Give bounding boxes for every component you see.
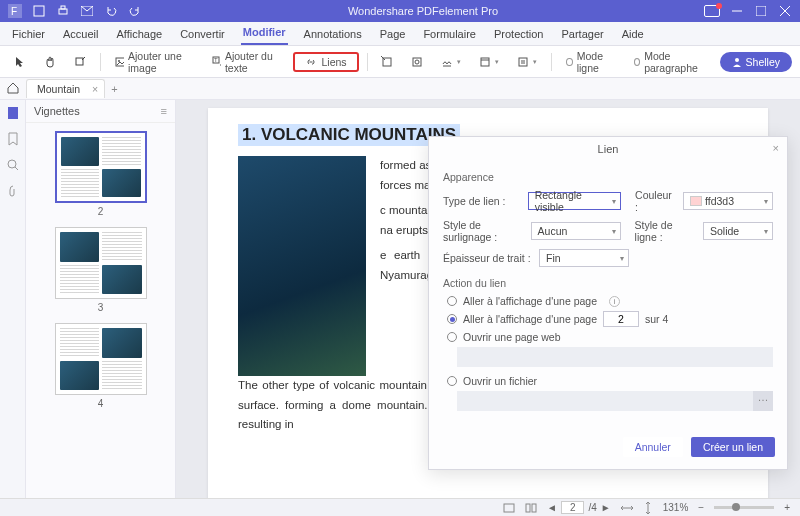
view-mode-icon[interactable] bbox=[525, 503, 537, 513]
toolbar: Ajouter une image TAjouter du texte Lien… bbox=[0, 46, 800, 78]
document-area[interactable]: 1. VOLCANIC MOUNTAINS formed as a result… bbox=[176, 100, 800, 498]
crop-tool[interactable] bbox=[375, 53, 399, 71]
mode-paragraph-toggle[interactable]: Mode paragraphe bbox=[628, 47, 714, 77]
radio-goto-page[interactable]: Aller à l'affichage d'une page sur 4 bbox=[447, 311, 773, 327]
close-icon[interactable] bbox=[778, 4, 792, 18]
menu-affichage[interactable]: Affichage bbox=[114, 24, 164, 45]
svg-line-31 bbox=[15, 167, 18, 170]
new-tab-icon[interactable]: + bbox=[111, 83, 117, 95]
label-thickness: Épaisseur de trait : bbox=[443, 252, 533, 264]
menu-aide[interactable]: Aide bbox=[620, 24, 646, 45]
dialog-close-icon[interactable]: × bbox=[773, 142, 779, 154]
menu-accueil[interactable]: Accueil bbox=[61, 24, 100, 45]
menu-modifier[interactable]: Modifier bbox=[241, 22, 288, 45]
select-link-type[interactable]: Rectangle visible bbox=[528, 192, 621, 210]
zoom-in-icon[interactable]: + bbox=[784, 502, 790, 513]
create-link-button[interactable]: Créer un lien bbox=[691, 437, 775, 457]
panel-menu-icon[interactable]: ≡ bbox=[161, 105, 167, 117]
select-thickness[interactable]: Fin bbox=[539, 249, 629, 267]
titlebar: F Wondershare PDFelement Pro bbox=[0, 0, 800, 22]
radio-open-file[interactable]: Ouvrir un fichier bbox=[447, 375, 773, 387]
svg-rect-32 bbox=[504, 504, 514, 512]
edit-tool[interactable] bbox=[68, 53, 92, 71]
svg-rect-23 bbox=[481, 58, 489, 66]
svg-rect-25 bbox=[519, 58, 527, 66]
svg-rect-2 bbox=[34, 6, 44, 16]
menu-partager[interactable]: Partager bbox=[559, 24, 605, 45]
attachments-icon[interactable] bbox=[6, 184, 20, 198]
search-icon[interactable] bbox=[6, 158, 20, 172]
page-number-input[interactable] bbox=[603, 311, 639, 327]
svg-point-21 bbox=[415, 60, 419, 64]
add-image-button[interactable]: Ajouter une image bbox=[109, 47, 200, 77]
redo-icon[interactable] bbox=[128, 4, 142, 18]
info-icon[interactable]: i bbox=[609, 296, 620, 307]
notification-mail-icon[interactable] bbox=[704, 5, 720, 17]
section-appearance: Apparence bbox=[443, 171, 773, 183]
page-current[interactable]: 2 bbox=[561, 501, 585, 514]
mode-line-toggle[interactable]: Mode ligne bbox=[560, 47, 621, 77]
next-page-icon[interactable]: ► bbox=[601, 502, 611, 513]
hand-tool[interactable] bbox=[38, 53, 62, 71]
bates-tool[interactable]: ▾ bbox=[511, 53, 543, 71]
label-highlight: Style de surlignage : bbox=[443, 219, 525, 243]
svg-rect-33 bbox=[526, 504, 530, 512]
page-total: sur 4 bbox=[645, 313, 668, 325]
undo-icon[interactable] bbox=[104, 4, 118, 18]
thumbnail[interactable]: 2 bbox=[44, 131, 157, 217]
prev-page-icon[interactable]: ◄ bbox=[547, 502, 557, 513]
menu-protection[interactable]: Protection bbox=[492, 24, 546, 45]
radio-open-web[interactable]: Ouvrir une page web bbox=[447, 331, 773, 343]
document-tab[interactable]: Mountain× bbox=[26, 79, 105, 98]
file-path-input[interactable]: … bbox=[457, 391, 773, 411]
web-url-input[interactable] bbox=[457, 347, 773, 367]
fit-width-icon[interactable] bbox=[621, 503, 633, 513]
svg-rect-7 bbox=[756, 6, 766, 16]
links-button[interactable]: Liens bbox=[293, 52, 358, 72]
app-title: Wondershare PDFelement Pro bbox=[150, 5, 696, 17]
fit-page-icon[interactable] bbox=[643, 502, 653, 514]
zoom-out-icon[interactable]: − bbox=[698, 502, 704, 513]
browse-button[interactable]: … bbox=[753, 391, 773, 411]
menu-annotations[interactable]: Annotations bbox=[302, 24, 364, 45]
background-tool[interactable]: ▾ bbox=[435, 53, 467, 71]
hero-image bbox=[238, 156, 366, 376]
maximize-icon[interactable] bbox=[754, 4, 768, 18]
home-icon[interactable] bbox=[6, 81, 20, 95]
app-logo-icon: F bbox=[8, 4, 22, 18]
print-icon[interactable] bbox=[56, 4, 70, 18]
save-icon[interactable] bbox=[32, 4, 46, 18]
select-highlight[interactable]: Aucun bbox=[531, 222, 621, 240]
section-action: Action du lien bbox=[443, 277, 773, 289]
menu-page[interactable]: Page bbox=[378, 24, 408, 45]
statusbar: ◄ 2 /4 ► 131% − + bbox=[0, 498, 800, 516]
page-total: /4 bbox=[588, 502, 596, 513]
add-text-button[interactable]: TAjouter du texte bbox=[206, 47, 288, 77]
minimize-icon[interactable] bbox=[730, 4, 744, 18]
menu-fichier[interactable]: Fichier bbox=[10, 24, 47, 45]
select-color[interactable]: ffd3d3 bbox=[683, 192, 773, 210]
thumbnails-icon[interactable] bbox=[6, 106, 20, 120]
user-pill[interactable]: Shelley bbox=[720, 52, 792, 72]
header-footer-tool[interactable]: ▾ bbox=[473, 53, 505, 71]
select-tool[interactable] bbox=[8, 53, 32, 71]
watermark-tool[interactable] bbox=[405, 53, 429, 71]
thumbnails-panel: Vignettes≡ 2 3 4 bbox=[26, 100, 176, 498]
bookmarks-icon[interactable] bbox=[6, 132, 20, 146]
thumbnail[interactable]: 3 bbox=[44, 227, 157, 313]
thumbnail[interactable]: 4 bbox=[44, 323, 157, 409]
cancel-button[interactable]: Annuler bbox=[623, 437, 683, 457]
svg-rect-4 bbox=[61, 6, 65, 9]
select-line-style[interactable]: Solide bbox=[703, 222, 773, 240]
tab-close-icon[interactable]: × bbox=[92, 83, 98, 95]
svg-text:F: F bbox=[11, 6, 17, 17]
radio-goto-view[interactable]: Aller à l'affichage d'une pagei bbox=[447, 295, 773, 307]
zoom-slider[interactable] bbox=[714, 506, 774, 509]
label-link-type: Type de lien : bbox=[443, 195, 522, 207]
mail-icon[interactable] bbox=[80, 4, 94, 18]
svg-rect-29 bbox=[8, 107, 18, 119]
color-swatch-icon bbox=[690, 196, 702, 206]
view-mode-icon[interactable] bbox=[503, 503, 515, 513]
menu-formulaire[interactable]: Formulaire bbox=[421, 24, 478, 45]
menu-convertir[interactable]: Convertir bbox=[178, 24, 227, 45]
